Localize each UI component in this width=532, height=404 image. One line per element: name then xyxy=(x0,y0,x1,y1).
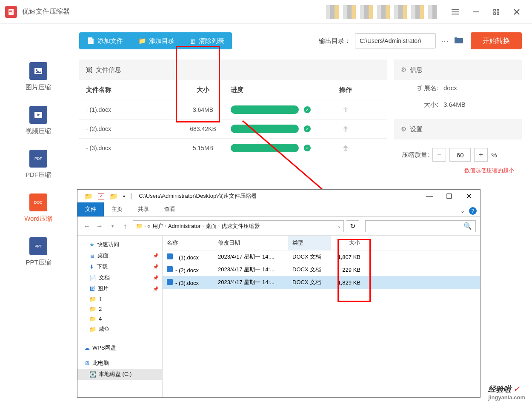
table-row[interactable]: - (1).docx 3.64MB ✓ 🗑 xyxy=(79,100,387,119)
crumb[interactable]: 桌面 xyxy=(206,222,217,230)
cloud-icon: ☁ xyxy=(84,345,90,351)
tree-c-drive[interactable]: 💽本地磁盘 (C:) xyxy=(77,369,162,380)
tree-folder[interactable]: 📁2 xyxy=(77,304,162,314)
docx-icon xyxy=(167,279,173,285)
tree-documents[interactable]: 📄文档📌 xyxy=(77,272,162,283)
refresh-icon[interactable]: ↻ xyxy=(346,220,359,232)
tab-share[interactable]: 共享 xyxy=(130,202,157,216)
gear-icon: ⚙ xyxy=(401,66,406,74)
help-icon[interactable]: ? xyxy=(469,207,477,215)
maximize-icon[interactable]: ☐ xyxy=(439,190,459,202)
more-icon[interactable]: ⋯ xyxy=(438,36,451,46)
tree-quick-access[interactable]: ★快速访问 xyxy=(77,239,162,250)
add-file-button[interactable]: 📄添加文件 xyxy=(79,32,131,49)
size-label: 大小: xyxy=(404,101,438,109)
sidebar-label: PPT压缩 xyxy=(26,259,51,267)
tab-view[interactable]: 查看 xyxy=(157,202,183,216)
file-row[interactable]: - (2).docx 2023/4/17 星期一 14:... DOCX 文档 … xyxy=(163,263,480,276)
tree-folder[interactable]: 📁4 xyxy=(77,314,162,324)
breadcrumb[interactable]: 📁 › « 用户› Administrator› 桌面› 优速文件压缩器 ⌄ xyxy=(133,220,344,232)
quality-input[interactable] xyxy=(449,148,471,162)
col-size: 大小 xyxy=(175,86,231,94)
sidebar-item-video[interactable]: 视频压缩 xyxy=(0,106,77,135)
image-icon: 🖼 xyxy=(86,66,92,74)
app-logo xyxy=(5,6,17,18)
sidebar-item-ppt[interactable]: PPT PPT压缩 xyxy=(0,237,77,267)
forward-icon[interactable]: → xyxy=(94,221,105,231)
tree-wps[interactable]: ☁WPS网盘 xyxy=(77,342,162,353)
minimize-icon[interactable]: — xyxy=(420,190,439,202)
dropdown-icon[interactable]: ▾ xyxy=(107,221,117,231)
file-row[interactable]: - (3).docx 2023/4/17 星期一 14:... DOCX 文档 … xyxy=(163,276,480,289)
tree-pictures[interactable]: 🖼图片📌 xyxy=(77,283,162,294)
table-row[interactable]: - (2).docx 683.42KB ✓ 🗑 xyxy=(79,119,387,138)
toolbar: 📄添加文件 📁添加目录 🗑清除列表 输出目录： ⋯ 开始转换 xyxy=(79,32,522,49)
chevron-down-icon[interactable]: ⌄ xyxy=(460,208,465,214)
explorer-nav: ← → ▾ ↑ 📁 › « 用户› Administrator› 桌面› 优速文… xyxy=(77,217,480,236)
col-date[interactable]: 修改日期 xyxy=(214,236,288,250)
tree-this-pc[interactable]: 🖥此电脑 xyxy=(77,358,162,369)
file-add-icon: 📄 xyxy=(87,37,95,45)
check-icon: ✓ xyxy=(304,145,311,151)
delete-icon[interactable]: 🗑 xyxy=(343,106,349,113)
folder-icon[interactable] xyxy=(454,36,464,46)
table-header: 文件名称 大小 进度 操作 xyxy=(79,80,387,100)
tree-downloads[interactable]: ⬇下载📌 xyxy=(77,261,162,272)
folder-icon: 📁 xyxy=(89,326,96,333)
crumb[interactable]: 用户 xyxy=(152,222,163,230)
svg-rect-10 xyxy=(497,13,499,14)
gear-icon: ⚙ xyxy=(401,125,406,133)
col-size[interactable]: 大小 xyxy=(331,236,365,250)
ext-value: docx xyxy=(443,84,457,92)
crumb[interactable]: 优速文件压缩器 xyxy=(221,222,260,230)
file-size: 5.15MB xyxy=(175,145,231,151)
file-panel-title: 文件信息 xyxy=(96,66,121,74)
image-icon: 🖼 xyxy=(89,286,95,292)
app-title: 优速文件压缩器 xyxy=(22,7,70,16)
folder-icon: 📁 xyxy=(89,316,96,322)
add-folder-button[interactable]: 📁添加目录 xyxy=(131,32,182,49)
clear-list-button[interactable]: 🗑清除列表 xyxy=(182,32,232,49)
size-value: 3.64MB xyxy=(443,101,466,109)
col-type[interactable]: 类型 xyxy=(288,236,331,250)
increase-button[interactable]: + xyxy=(474,148,488,162)
col-name[interactable]: 名称 xyxy=(163,236,214,250)
blurred-region xyxy=(326,5,437,19)
svg-rect-1 xyxy=(9,10,12,11)
pin-icon: 📌 xyxy=(153,253,159,259)
back-icon[interactable]: ← xyxy=(82,221,92,231)
sidebar-item-word[interactable]: DOC Word压缩 xyxy=(0,193,77,223)
delete-icon[interactable]: 🗑 xyxy=(343,145,349,151)
folder-icon: 📁 xyxy=(109,192,118,200)
decrease-button[interactable]: − xyxy=(432,148,446,162)
document-icon: 📄 xyxy=(89,275,96,281)
chevron-down-icon[interactable]: ⌄ xyxy=(338,224,341,228)
info-panel: ⚙信息 扩展名:docx 大小:3.64MB xyxy=(394,60,522,113)
close-icon[interactable]: ✕ xyxy=(459,190,478,202)
up-icon[interactable]: ↑ xyxy=(120,221,130,231)
file-row[interactable]: - (1).docx 2023/4/17 星期一 14:... DOCX 文档 … xyxy=(163,250,480,263)
start-button[interactable]: 开始转换 xyxy=(471,32,522,49)
tab-file[interactable]: 文件 xyxy=(77,202,104,216)
search-input[interactable]: 🔍 xyxy=(365,220,476,232)
menu-icon[interactable] xyxy=(445,2,466,22)
svg-rect-7 xyxy=(494,9,495,11)
table-row[interactable]: - (3).docx 5.15MB ✓ 🗑 xyxy=(79,138,387,157)
output-path-input[interactable] xyxy=(355,33,436,48)
close-icon[interactable] xyxy=(506,2,527,22)
tree-folder[interactable]: 📁咸鱼 xyxy=(77,324,162,335)
tree-desktop[interactable]: 🖥桌面📌 xyxy=(77,250,162,261)
search-icon: 🔍 xyxy=(463,222,472,230)
sidebar-item-pdf[interactable]: PDF PDF压缩 xyxy=(0,150,77,179)
col-name: 文件名称 xyxy=(86,86,175,94)
maximize-icon[interactable] xyxy=(486,2,506,22)
dropdown-icon[interactable]: ▾ xyxy=(123,194,125,199)
minimize-icon[interactable] xyxy=(466,2,486,22)
check-icon: ✓ xyxy=(98,193,104,199)
video-icon xyxy=(29,106,47,124)
sidebar-item-image[interactable]: 图片压缩 xyxy=(0,62,77,91)
delete-icon[interactable]: 🗑 xyxy=(343,125,349,132)
tab-home[interactable]: 主页 xyxy=(104,202,130,216)
tree-folder[interactable]: 📁1 xyxy=(77,294,162,304)
crumb[interactable]: Administrator xyxy=(168,223,201,229)
